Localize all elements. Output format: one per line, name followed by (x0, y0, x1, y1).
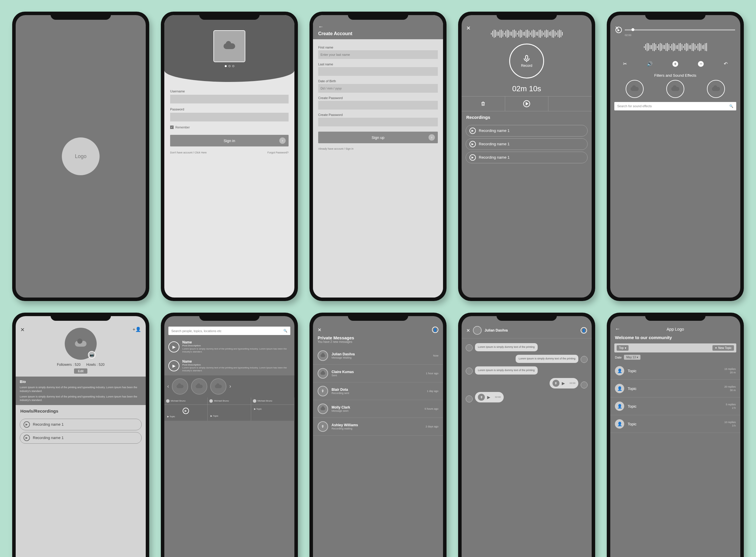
page-subtitle: You have 2 new messages (318, 340, 438, 344)
date-picker[interactable]: May 13 ▾ (624, 355, 640, 360)
createpw-input[interactable] (318, 101, 438, 110)
back-icon[interactable]: ← (615, 326, 620, 332)
close-icon[interactable]: ✕ (615, 25, 619, 31)
mini-user[interactable]: Michael Bruno (251, 398, 294, 405)
password-input[interactable] (170, 113, 289, 121)
confirmpw-input[interactable] (318, 118, 438, 126)
filter-2[interactable] (666, 80, 684, 98)
search-input[interactable]: Search people, topics, locations etc🔍 (168, 327, 290, 335)
signup-button[interactable]: Sign up› (318, 131, 438, 143)
topic-cell[interactable]: ▶▶ Topic (164, 405, 208, 421)
remember-checkbox[interactable]: ✓Remember (170, 125, 289, 129)
remove-icon[interactable]: − (698, 61, 704, 67)
story-item[interactable] (172, 378, 188, 394)
play-icon: ▶ (469, 141, 476, 147)
topic-item[interactable]: 👤Topic20 replies30 m (610, 380, 740, 398)
mini-user[interactable]: Michael Bruno (164, 398, 208, 405)
recording-item[interactable]: ▶Recording name 1 (20, 419, 142, 430)
seek-slider[interactable] (625, 29, 735, 30)
filter-1[interactable] (626, 80, 644, 98)
volume-icon[interactable]: 🔊 (647, 61, 653, 67)
message-item[interactable]: Molly ClarkMessage seen5 hours ago (313, 400, 443, 418)
topic-item[interactable]: 👤Topic10 replies3 h (610, 415, 740, 433)
topic-cell[interactable]: ▶ Topic (208, 405, 251, 421)
bio-text-1: Lorem Ipsum is simply dummy text of the … (20, 386, 142, 393)
howls-count: Howls : 520 (86, 362, 104, 367)
lastname-label: Last name (318, 62, 438, 66)
user-icon: 👤 (615, 366, 624, 375)
page-title: Private Messages (318, 335, 438, 340)
add-friend-icon[interactable]: +👤 (133, 327, 141, 332)
login-screen: Username Password ✓Remember Sign in› Don… (164, 15, 294, 297)
undo-icon[interactable]: ↶ (724, 61, 728, 67)
editor-screen: ✕ ▶ 02:00 ✂ 🔊 + − ↶ Filters and Sound Ef… (610, 15, 740, 297)
sort-dropdown[interactable]: Top▾ (617, 345, 629, 351)
close-icon[interactable]: ✕ (466, 328, 470, 333)
topic-cell[interactable]: ▶ Topic (251, 405, 294, 421)
profile-icon[interactable]: 👤 (581, 327, 587, 333)
close-icon[interactable]: ✕ (466, 25, 471, 31)
close-icon[interactable]: ✕ (318, 327, 321, 333)
chevron-right-icon[interactable]: › (229, 383, 231, 389)
create-account-link[interactable]: Don't have account / Click Here (170, 151, 207, 154)
back-icon[interactable]: ← (318, 24, 438, 30)
play-icon (523, 100, 530, 108)
avatar (466, 368, 473, 375)
stories-row[interactable]: ‹ › (164, 375, 294, 398)
recording-item[interactable]: ▶Recording name 1 (466, 152, 588, 163)
signin-button[interactable]: Sign in› (170, 135, 289, 146)
page-title: Create Account (318, 31, 438, 36)
hero-image (213, 30, 245, 62)
avatar: 🎙 (318, 421, 328, 432)
story-item[interactable] (210, 378, 226, 394)
message-item[interactable]: 🎙Blair DotaRecording sent1 day ago (313, 382, 443, 400)
new-topic-button[interactable]: ✦New Topic (713, 345, 734, 351)
effects-search[interactable]: Search for sound effects🔍 (614, 102, 736, 110)
forgot-password-link[interactable]: Forgot Password? (267, 151, 289, 154)
recording-item[interactable]: ▶Recording name 1 (20, 432, 142, 444)
followers-count: Followers : 520 (57, 362, 81, 367)
confirmpw-label: Create Password (318, 113, 438, 117)
topic-item[interactable]: 👤Topic5 replies2 h (610, 398, 740, 415)
user-icon: 👤 (615, 419, 624, 429)
filters-heading: Filters and Sound Effects (610, 73, 740, 78)
lastname-input[interactable] (318, 67, 438, 76)
filter-3[interactable] (707, 80, 725, 98)
firstname-input[interactable] (318, 50, 438, 59)
play-button[interactable] (505, 96, 549, 111)
camera-icon[interactable]: 📷 (88, 351, 96, 358)
waveform-editor[interactable] (610, 37, 740, 57)
edit-button[interactable]: Edit (74, 369, 88, 374)
recording-item[interactable]: ▶Recording name 1 (466, 138, 588, 150)
delete-button[interactable] (462, 96, 505, 111)
voice-message[interactable]: 🎙▶02:00 (475, 392, 504, 403)
username-input[interactable] (170, 95, 289, 104)
avatar[interactable]: 📷 (65, 328, 97, 360)
message-item[interactable]: Julian DasilvaMessage WaitingNow (313, 347, 443, 365)
topic-item[interactable]: 👤Topic15 replies20 m (610, 362, 740, 380)
add-icon[interactable]: + (672, 61, 678, 67)
plus-icon: ✦ (715, 346, 717, 350)
story-item[interactable] (191, 378, 207, 394)
feed-post[interactable]: ▶NamePost DescriptionLorem Ipsum is simp… (164, 356, 294, 375)
chevron-left-icon[interactable]: ‹ (167, 383, 169, 389)
signup-screen: ← Create Account First name Last name Da… (313, 15, 443, 297)
avatar[interactable] (473, 326, 482, 335)
recording-item[interactable]: ▶Recording name 1 (466, 125, 588, 137)
voice-message[interactable]: 🎙▶02:00 (549, 378, 578, 388)
mini-user[interactable]: Michael Bruno (208, 398, 251, 405)
already-signin-link[interactable]: Already have account / Sign in (318, 147, 354, 150)
record-button[interactable]: Record (509, 43, 544, 79)
app-logo: App Logo (623, 327, 728, 331)
message-item[interactable]: Claire KumasSent1 hour ago (313, 365, 443, 382)
feed-post[interactable]: ▶NamePost DescriptionLorem Ipsum is simp… (164, 338, 294, 356)
cut-icon[interactable]: ✂ (623, 61, 627, 67)
profile-icon[interactable]: 👤 (432, 327, 438, 333)
chevron-down-icon: ▾ (625, 346, 626, 350)
dob-input[interactable] (318, 84, 438, 93)
trash-icon (480, 101, 486, 106)
carousel-dots[interactable] (225, 65, 234, 67)
close-icon[interactable]: ✕ (20, 327, 25, 333)
bio-heading: Bio (20, 379, 142, 384)
message-item[interactable]: 🎙Ashley WilliamsRecording waiting2 days … (313, 418, 443, 436)
